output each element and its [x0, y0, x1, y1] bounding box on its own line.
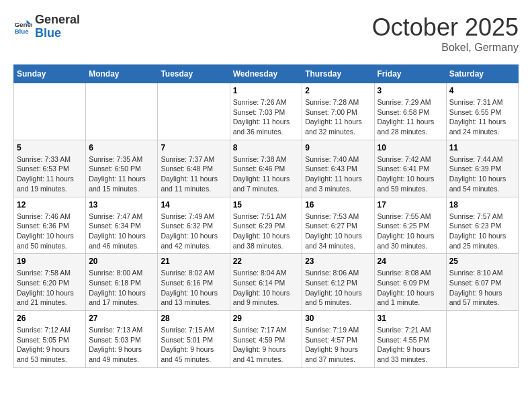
- table-row: 22Sunrise: 8:04 AM Sunset: 6:14 PM Dayli…: [230, 254, 302, 311]
- day-number: 29: [233, 314, 300, 323]
- svg-text:Blue: Blue: [14, 28, 29, 35]
- month-title: October 2025: [372, 13, 519, 42]
- day-info: Sunrise: 7:40 AM Sunset: 6:43 PM Dayligh…: [305, 154, 371, 194]
- header-friday: Friday: [374, 65, 446, 83]
- day-number: 30: [305, 314, 371, 323]
- calendar-week-row: 12Sunrise: 7:46 AM Sunset: 6:36 PM Dayli…: [14, 197, 519, 254]
- table-row: 21Sunrise: 8:02 AM Sunset: 6:16 PM Dayli…: [158, 254, 230, 311]
- table-row: [86, 83, 158, 140]
- table-row: 28Sunrise: 7:15 AM Sunset: 5:01 PM Dayli…: [158, 311, 230, 368]
- day-info: Sunrise: 7:35 AM Sunset: 6:50 PM Dayligh…: [89, 154, 154, 194]
- day-number: 14: [161, 200, 226, 210]
- day-info: Sunrise: 7:38 AM Sunset: 6:46 PM Dayligh…: [233, 154, 300, 194]
- table-row: [446, 311, 518, 368]
- calendar-table: Sunday Monday Tuesday Wednesday Thursday…: [13, 64, 519, 368]
- table-row: 14Sunrise: 7:49 AM Sunset: 6:32 PM Dayli…: [158, 197, 230, 254]
- table-row: 19Sunrise: 7:58 AM Sunset: 6:20 PM Dayli…: [14, 254, 86, 311]
- table-row: 23Sunrise: 8:06 AM Sunset: 6:12 PM Dayli…: [302, 254, 374, 311]
- day-info: Sunrise: 7:19 AM Sunset: 4:57 PM Dayligh…: [305, 325, 371, 365]
- day-number: 26: [17, 314, 83, 323]
- day-info: Sunrise: 7:12 AM Sunset: 5:05 PM Dayligh…: [17, 325, 83, 365]
- logo-text-general: General: [35, 13, 80, 27]
- calendar-week-row: 5Sunrise: 7:33 AM Sunset: 6:53 PM Daylig…: [14, 140, 519, 197]
- day-number: 20: [89, 257, 154, 266]
- table-row: 13Sunrise: 7:47 AM Sunset: 6:34 PM Dayli…: [86, 197, 158, 254]
- day-number: 23: [305, 257, 371, 266]
- table-row: 1Sunrise: 7:26 AM Sunset: 7:03 PM Daylig…: [230, 83, 302, 140]
- day-number: 28: [161, 314, 226, 323]
- day-number: 11: [449, 143, 515, 152]
- day-number: 27: [89, 314, 154, 323]
- header-saturday: Saturday: [446, 65, 518, 83]
- day-number: 15: [233, 200, 300, 210]
- table-row: 5Sunrise: 7:33 AM Sunset: 6:53 PM Daylig…: [14, 140, 86, 197]
- day-number: 1: [233, 86, 300, 95]
- logo: General Blue General Blue: [13, 13, 80, 40]
- day-number: 8: [233, 143, 300, 152]
- day-info: Sunrise: 8:10 AM Sunset: 6:07 PM Dayligh…: [449, 268, 515, 308]
- day-info: Sunrise: 7:37 AM Sunset: 6:48 PM Dayligh…: [161, 154, 226, 194]
- day-number: 18: [449, 200, 515, 210]
- calendar-week-row: 26Sunrise: 7:12 AM Sunset: 5:05 PM Dayli…: [14, 311, 519, 368]
- table-row: 25Sunrise: 8:10 AM Sunset: 6:07 PM Dayli…: [446, 254, 518, 311]
- table-row: 30Sunrise: 7:19 AM Sunset: 4:57 PM Dayli…: [302, 311, 374, 368]
- day-info: Sunrise: 7:15 AM Sunset: 5:01 PM Dayligh…: [161, 325, 226, 365]
- day-info: Sunrise: 8:00 AM Sunset: 6:18 PM Dayligh…: [89, 268, 154, 308]
- day-number: 12: [17, 200, 83, 210]
- day-number: 6: [89, 143, 154, 152]
- table-row: 26Sunrise: 7:12 AM Sunset: 5:05 PM Dayli…: [14, 311, 86, 368]
- day-info: Sunrise: 7:31 AM Sunset: 6:55 PM Dayligh…: [449, 97, 515, 137]
- day-number: 22: [233, 257, 300, 266]
- day-info: Sunrise: 7:47 AM Sunset: 6:34 PM Dayligh…: [89, 212, 154, 251]
- day-info: Sunrise: 7:46 AM Sunset: 6:36 PM Dayligh…: [17, 212, 83, 251]
- table-row: 3Sunrise: 7:29 AM Sunset: 6:58 PM Daylig…: [374, 83, 446, 140]
- table-row: 10Sunrise: 7:42 AM Sunset: 6:41 PM Dayli…: [374, 140, 446, 197]
- table-row: 29Sunrise: 7:17 AM Sunset: 4:59 PM Dayli…: [230, 311, 302, 368]
- header-thursday: Thursday: [302, 65, 374, 83]
- header-sunday: Sunday: [14, 65, 86, 83]
- day-info: Sunrise: 7:58 AM Sunset: 6:20 PM Dayligh…: [17, 268, 83, 308]
- day-number: 24: [378, 257, 443, 266]
- table-row: [158, 83, 230, 140]
- day-number: 21: [161, 257, 226, 266]
- day-info: Sunrise: 7:42 AM Sunset: 6:41 PM Dayligh…: [378, 154, 443, 194]
- logo-icon: General Blue: [13, 17, 32, 36]
- day-info: Sunrise: 8:06 AM Sunset: 6:12 PM Dayligh…: [305, 268, 371, 308]
- day-info: Sunrise: 8:02 AM Sunset: 6:16 PM Dayligh…: [161, 268, 226, 308]
- day-info: Sunrise: 7:44 AM Sunset: 6:39 PM Dayligh…: [449, 154, 515, 194]
- day-number: 4: [449, 86, 515, 95]
- day-info: Sunrise: 7:55 AM Sunset: 6:25 PM Dayligh…: [378, 212, 443, 251]
- day-info: Sunrise: 8:04 AM Sunset: 6:14 PM Dayligh…: [233, 268, 300, 308]
- day-number: 9: [305, 143, 371, 152]
- day-number: 2: [305, 86, 371, 95]
- table-row: 15Sunrise: 7:51 AM Sunset: 6:29 PM Dayli…: [230, 197, 302, 254]
- day-number: 13: [89, 200, 154, 210]
- page-header: General Blue General Blue October 2025 B…: [13, 13, 519, 54]
- day-info: Sunrise: 7:51 AM Sunset: 6:29 PM Dayligh…: [233, 212, 300, 251]
- day-info: Sunrise: 7:21 AM Sunset: 4:55 PM Dayligh…: [378, 325, 443, 365]
- calendar-header-row: Sunday Monday Tuesday Wednesday Thursday…: [14, 65, 519, 83]
- day-number: 19: [17, 257, 83, 266]
- table-row: 8Sunrise: 7:38 AM Sunset: 6:46 PM Daylig…: [230, 140, 302, 197]
- day-info: Sunrise: 7:28 AM Sunset: 7:00 PM Dayligh…: [305, 97, 371, 137]
- calendar-week-row: 1Sunrise: 7:26 AM Sunset: 7:03 PM Daylig…: [14, 83, 519, 140]
- day-number: 10: [378, 143, 443, 152]
- table-row: 16Sunrise: 7:53 AM Sunset: 6:27 PM Dayli…: [302, 197, 374, 254]
- day-info: Sunrise: 7:49 AM Sunset: 6:32 PM Dayligh…: [161, 212, 226, 251]
- table-row: 9Sunrise: 7:40 AM Sunset: 6:43 PM Daylig…: [302, 140, 374, 197]
- day-info: Sunrise: 7:57 AM Sunset: 6:23 PM Dayligh…: [449, 212, 515, 251]
- day-info: Sunrise: 7:53 AM Sunset: 6:27 PM Dayligh…: [305, 212, 371, 251]
- day-number: 3: [378, 86, 443, 95]
- day-info: Sunrise: 8:08 AM Sunset: 6:09 PM Dayligh…: [378, 268, 443, 308]
- table-row: 17Sunrise: 7:55 AM Sunset: 6:25 PM Dayli…: [374, 197, 446, 254]
- table-row: 4Sunrise: 7:31 AM Sunset: 6:55 PM Daylig…: [446, 83, 518, 140]
- table-row: 2Sunrise: 7:28 AM Sunset: 7:00 PM Daylig…: [302, 83, 374, 140]
- day-number: 7: [161, 143, 226, 152]
- header-wednesday: Wednesday: [230, 65, 302, 83]
- day-number: 16: [305, 200, 371, 210]
- day-info: Sunrise: 7:26 AM Sunset: 7:03 PM Dayligh…: [233, 97, 300, 137]
- header-tuesday: Tuesday: [158, 65, 230, 83]
- table-row: [14, 83, 86, 140]
- table-row: 6Sunrise: 7:35 AM Sunset: 6:50 PM Daylig…: [86, 140, 158, 197]
- table-row: 7Sunrise: 7:37 AM Sunset: 6:48 PM Daylig…: [158, 140, 230, 197]
